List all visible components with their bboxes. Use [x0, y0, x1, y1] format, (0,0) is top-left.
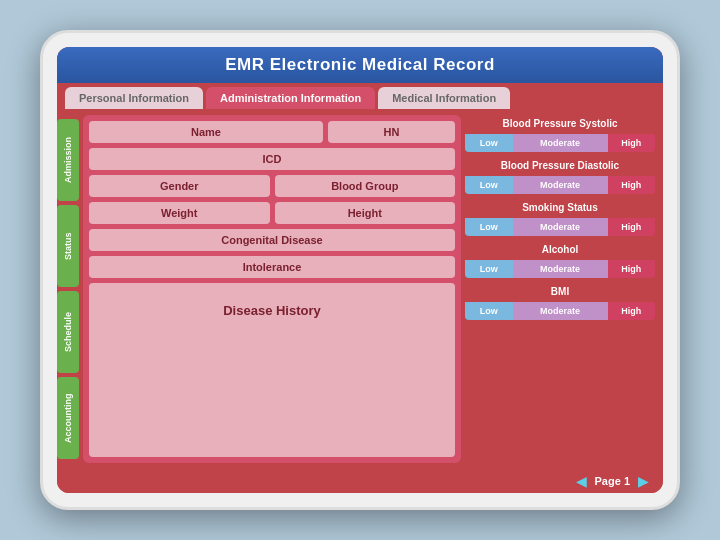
hn-field[interactable]: HN	[328, 121, 455, 143]
weight-height-row: Weight Height	[89, 202, 455, 224]
icd-field[interactable]: ICD	[89, 148, 455, 170]
vital-bar-1[interactable]: LowModerateHigh	[465, 176, 655, 194]
vital-bar-low-3[interactable]: Low	[465, 260, 513, 278]
vital-bar-moderate-2[interactable]: Moderate	[513, 218, 608, 236]
disease-history-field[interactable]: Disease History	[89, 283, 455, 457]
intolerance-field[interactable]: Intolerance	[89, 256, 455, 278]
vital-bar-4[interactable]: LowModerateHigh	[465, 302, 655, 320]
vital-bar-low-4[interactable]: Low	[465, 302, 513, 320]
main-content: Admission Status Schedule Accounting Nam…	[57, 109, 663, 469]
app-title: EMR Electronic Medical Record	[225, 55, 495, 74]
vital-bar-high-3[interactable]: High	[608, 260, 656, 278]
tab-medical-information[interactable]: Medical Information	[378, 87, 510, 109]
tab-bar: Personal Information Administration Info…	[57, 83, 663, 109]
congenital-disease-field[interactable]: Congenital Disease	[89, 229, 455, 251]
sidebar-item-accounting[interactable]: Accounting	[57, 377, 79, 459]
page-navigation: ◀ Page 1 ▶	[57, 469, 663, 493]
tab-personal-information[interactable]: Personal Information	[65, 87, 203, 109]
name-field[interactable]: Name	[89, 121, 323, 143]
name-hn-row: Name HN	[89, 121, 455, 143]
vital-title-0: Blood Pressure Systolic	[465, 115, 655, 132]
page-label: Page 1	[595, 475, 630, 487]
vital-bar-moderate-3[interactable]: Moderate	[513, 260, 608, 278]
weight-field[interactable]: Weight	[89, 202, 270, 224]
next-page-arrow[interactable]: ▶	[638, 473, 649, 489]
vital-group-0: Blood Pressure SystolicLowModerateHigh	[465, 115, 655, 152]
sidebar-item-admission[interactable]: Admission	[57, 119, 79, 201]
height-field[interactable]: Height	[275, 202, 456, 224]
right-panel: Blood Pressure SystolicLowModerateHighBl…	[465, 115, 655, 463]
vital-bar-low-0[interactable]: Low	[465, 134, 513, 152]
vital-bar-high-4[interactable]: High	[608, 302, 656, 320]
vital-bar-high-0[interactable]: High	[608, 134, 656, 152]
blood-group-field[interactable]: Blood Group	[275, 175, 456, 197]
center-panel: Name HN ICD Gender Blood Group Weight He…	[83, 115, 461, 463]
vital-group-2: Smoking StatusLowModerateHigh	[465, 199, 655, 236]
vital-title-3: Alcohol	[465, 241, 655, 258]
vital-bar-moderate-1[interactable]: Moderate	[513, 176, 608, 194]
sidebar-item-schedule[interactable]: Schedule	[57, 291, 79, 373]
vital-bar-low-1[interactable]: Low	[465, 176, 513, 194]
vital-bar-3[interactable]: LowModerateHigh	[465, 260, 655, 278]
vital-bar-moderate-4[interactable]: Moderate	[513, 302, 608, 320]
gender-blood-row: Gender Blood Group	[89, 175, 455, 197]
vital-group-3: AlcoholLowModerateHigh	[465, 241, 655, 278]
vital-title-1: Blood Pressure Diastolic	[465, 157, 655, 174]
vital-bar-high-2[interactable]: High	[608, 218, 656, 236]
sidebar-item-status[interactable]: Status	[57, 205, 79, 287]
gender-field[interactable]: Gender	[89, 175, 270, 197]
vital-title-4: BMI	[465, 283, 655, 300]
vital-bar-0[interactable]: LowModerateHigh	[465, 134, 655, 152]
tablet-frame: EMR Electronic Medical Record Personal I…	[40, 30, 680, 510]
prev-page-arrow[interactable]: ◀	[576, 473, 587, 489]
sidebar: Admission Status Schedule Accounting	[57, 115, 79, 463]
vital-bar-2[interactable]: LowModerateHigh	[465, 218, 655, 236]
vital-bar-low-2[interactable]: Low	[465, 218, 513, 236]
tablet-screen: EMR Electronic Medical Record Personal I…	[57, 47, 663, 493]
vital-group-4: BMILowModerateHigh	[465, 283, 655, 320]
vital-bar-moderate-0[interactable]: Moderate	[513, 134, 608, 152]
vital-group-1: Blood Pressure DiastolicLowModerateHigh	[465, 157, 655, 194]
header: EMR Electronic Medical Record	[57, 47, 663, 83]
vital-bar-high-1[interactable]: High	[608, 176, 656, 194]
tab-administration-information[interactable]: Administration Information	[206, 87, 375, 109]
vital-title-2: Smoking Status	[465, 199, 655, 216]
